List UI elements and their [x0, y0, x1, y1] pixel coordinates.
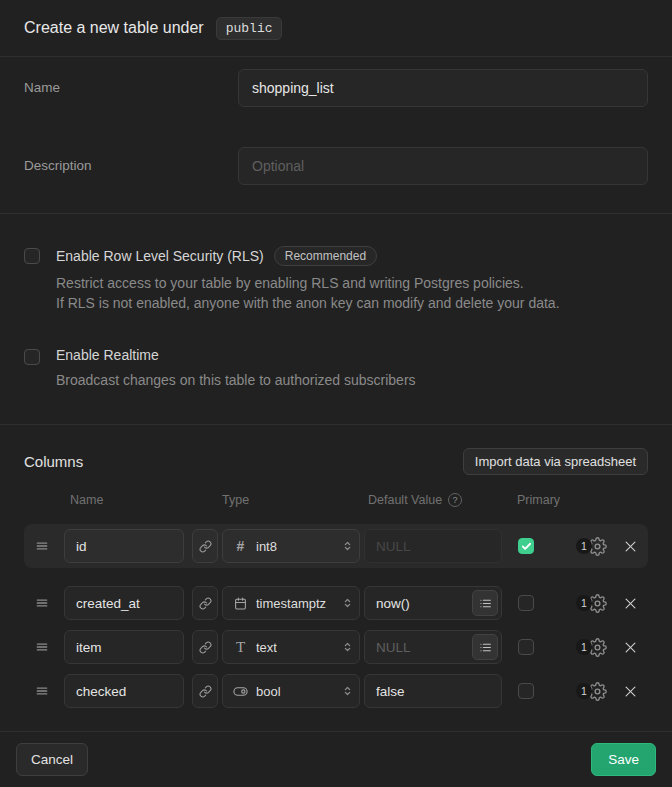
header-type: Type [222, 493, 249, 507]
list-icon [479, 641, 492, 654]
column-name-input[interactable] [64, 586, 184, 620]
default-value-input[interactable] [364, 529, 502, 563]
list-icon [479, 597, 492, 610]
settings-count-badge: 1 [576, 683, 592, 699]
realtime-checkbox[interactable] [24, 349, 40, 365]
link-icon [199, 540, 212, 553]
toggle-icon [233, 684, 248, 699]
rls-toggle-row: Enable Row Level Security (RLS) Recommen… [24, 246, 648, 313]
column-settings-button[interactable]: 1 [576, 535, 614, 557]
column-settings-button[interactable]: 1 [576, 680, 614, 702]
link-icon [199, 641, 212, 654]
primary-checkbox[interactable] [518, 639, 534, 655]
hash-icon: # [233, 538, 248, 554]
remove-column-button[interactable] [620, 536, 640, 556]
primary-checkbox[interactable] [518, 595, 534, 611]
link-icon [199, 685, 212, 698]
realtime-toggle-row: Enable Realtime Broadcast changes on thi… [24, 347, 648, 390]
column-row-checked: bool 1 [24, 674, 648, 708]
column-name-input[interactable] [64, 630, 184, 664]
description-label: Description [24, 147, 238, 185]
cancel-button[interactable]: Cancel [16, 743, 88, 776]
link-icon [199, 597, 212, 610]
chevron-up-down-icon [341, 641, 354, 654]
drag-handle-icon[interactable] [35, 539, 49, 553]
help-icon[interactable]: ? [448, 493, 462, 507]
realtime-description: Broadcast changes on this table to autho… [56, 370, 416, 390]
primary-checkbox[interactable] [518, 538, 534, 554]
default-value-wrap [364, 630, 502, 664]
header-default-value: Default Value ? [368, 493, 462, 507]
foreign-key-link-button[interactable] [192, 586, 218, 620]
settings-count-badge: 1 [576, 538, 592, 554]
column-row-id: # int8 1 [24, 524, 648, 568]
realtime-label: Enable Realtime [56, 347, 159, 363]
table-options-section: Enable Row Level Security (RLS) Recommen… [0, 214, 672, 425]
table-name-input[interactable] [238, 69, 648, 107]
column-row-item: T text 1 [24, 630, 648, 664]
text-icon: T [233, 639, 248, 656]
column-settings-button[interactable]: 1 [576, 592, 614, 614]
calendar-icon [233, 597, 248, 610]
primary-checkbox[interactable] [518, 683, 534, 699]
close-icon [623, 596, 638, 611]
import-spreadsheet-button[interactable]: Import data via spreadsheet [463, 448, 648, 475]
remove-column-button[interactable] [620, 637, 640, 657]
column-name-input[interactable] [64, 674, 184, 708]
header-primary: Primary [517, 493, 560, 507]
column-name-input[interactable] [64, 529, 184, 563]
foreign-key-link-button[interactable] [192, 630, 218, 664]
check-icon [521, 541, 532, 552]
panel-footer: Cancel Save [0, 732, 672, 787]
settings-count-badge: 1 [576, 639, 592, 655]
panel-title: Create a new table under [24, 19, 204, 37]
table-description-input[interactable] [238, 147, 648, 185]
chevron-up-down-icon [341, 597, 354, 610]
drag-handle-icon[interactable] [35, 640, 49, 654]
column-type-select[interactable]: T text [222, 630, 360, 664]
default-value-wrap [364, 529, 502, 563]
default-value-wrap [364, 586, 502, 620]
rls-checkbox[interactable] [24, 248, 40, 264]
foreign-key-link-button[interactable] [192, 674, 218, 708]
save-button[interactable]: Save [591, 743, 656, 776]
create-table-panel: Create a new table under public Name Des… [0, 0, 672, 787]
table-details-section: Name Description [0, 57, 672, 214]
columns-header-row: Name Type Default Value ? Primary [24, 493, 648, 509]
remove-column-button[interactable] [620, 681, 640, 701]
columns-title: Columns [24, 453, 83, 470]
panel-header: Create a new table under public [0, 0, 672, 57]
drag-handle-icon[interactable] [35, 596, 49, 610]
chevron-up-down-icon [341, 685, 354, 698]
settings-count-badge: 1 [576, 595, 592, 611]
schema-badge: public [216, 17, 283, 40]
default-value-wrap [364, 674, 502, 708]
chevron-up-down-icon [341, 540, 354, 553]
column-row-created-at: timestamptz 1 [24, 586, 648, 620]
suggestions-list-button[interactable] [472, 634, 498, 660]
close-icon [623, 640, 638, 655]
rls-label: Enable Row Level Security (RLS) [56, 248, 264, 264]
column-type-select[interactable]: timestamptz [222, 586, 360, 620]
suggestions-list-button[interactable] [472, 590, 498, 616]
default-value-input[interactable] [364, 674, 502, 708]
close-icon [623, 684, 638, 699]
remove-column-button[interactable] [620, 593, 640, 613]
name-label: Name [24, 69, 238, 107]
recommended-badge: Recommended [274, 246, 377, 266]
close-icon [623, 539, 638, 554]
column-settings-button[interactable]: 1 [576, 636, 614, 658]
foreign-key-link-button[interactable] [192, 529, 218, 563]
column-type-select[interactable]: bool [222, 674, 360, 708]
drag-handle-icon[interactable] [35, 684, 49, 698]
rls-description: Restrict access to your table by enablin… [56, 273, 560, 313]
column-type-select[interactable]: # int8 [222, 529, 360, 563]
columns-section: Columns Import data via spreadsheet Name… [0, 425, 672, 732]
header-name: Name [70, 493, 103, 507]
